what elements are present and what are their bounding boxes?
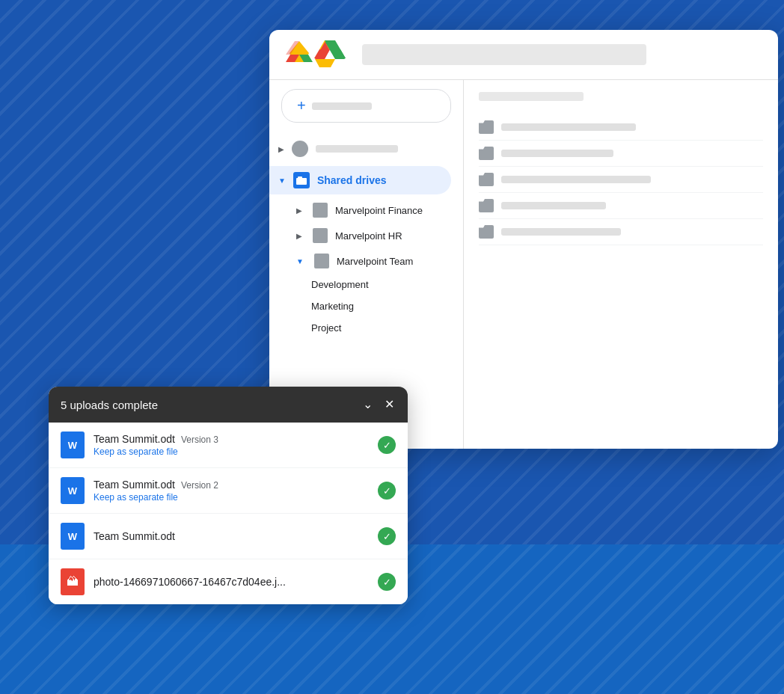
file-name-1: Team Summit.odt — [94, 433, 175, 445]
svg-rect-1 — [296, 178, 307, 185]
folder-name-1 — [501, 123, 636, 131]
new-label — [312, 102, 372, 110]
sidebar-item-team[interactable]: ▼ Marvelpoint Team — [269, 248, 463, 274]
upload-item-1: W Team Summit.odt Version 3 Keep as sepa… — [49, 423, 408, 468]
sidebar-item-hr[interactable]: ▶ Marvelpoint HR — [269, 223, 463, 248]
folder-icon-5 — [479, 225, 494, 239]
project-label: Project — [311, 322, 341, 334]
word-icon-2: W — [61, 477, 85, 504]
plus-icon: + — [297, 97, 306, 114]
expand-finance-icon: ▶ — [296, 206, 302, 215]
new-button[interactable]: + — [281, 89, 451, 123]
drive-header — [269, 30, 778, 80]
upload-item-2: W Team Summit.odt Version 2 Keep as sepa… — [49, 468, 408, 514]
upload-panel: 5 uploads complete ⌄ ✕ W Team Summit.odt… — [49, 387, 408, 604]
image-icon-4: 🏔 — [61, 568, 85, 595]
team-drive-icon — [314, 254, 329, 268]
folder-row-1 — [479, 114, 763, 141]
keep-separate-1[interactable]: Keep as separate file — [94, 446, 369, 457]
sidebar-item-my-drive[interactable]: ▶ — [269, 135, 451, 163]
finance-drive-icon — [313, 203, 328, 218]
folder-icon-4 — [479, 199, 494, 212]
word-letter-3: W — [68, 531, 77, 542]
sidebar-item-shared-drives[interactable]: ▼ Shared drives — [269, 166, 451, 194]
folder-name-2 — [501, 150, 613, 157]
upload-item-4: 🏔 photo-1466971060667-16467c7d04ee.j... … — [49, 559, 408, 604]
google-drive-logo — [314, 40, 346, 69]
file-version-2: Version 2 — [181, 480, 218, 491]
upload-header-actions: ⌄ ✕ — [361, 397, 396, 412]
folder-row-3 — [479, 167, 763, 193]
sidebar-item-finance[interactable]: ▶ Marvelpoint Finance — [269, 197, 463, 223]
folder-icon-3 — [479, 173, 494, 186]
chevron-right-icon: ▶ — [278, 145, 284, 153]
sidebar-subitem-project[interactable]: Project — [269, 317, 463, 339]
upload-items-list: W Team Summit.odt Version 3 Keep as sepa… — [49, 423, 408, 604]
file-name-4: photo-1466971060667-16467c7d04ee.j... — [94, 576, 286, 588]
finance-label: Marvelpoint Finance — [335, 205, 423, 216]
file-info-1: Team Summit.odt Version 3 Keep as separa… — [94, 433, 369, 457]
folder-icon-2 — [479, 147, 494, 160]
word-letter-1: W — [68, 440, 77, 451]
hr-drive-icon — [313, 228, 328, 243]
svg-rect-2 — [298, 176, 302, 179]
folder-row-2 — [479, 141, 763, 167]
team-label: Marvelpoint Team — [337, 256, 413, 267]
upload-collapse-button[interactable]: ⌄ — [361, 397, 374, 412]
check-icon-1: ✓ — [378, 436, 396, 454]
file-name-row-1: Team Summit.odt Version 3 — [94, 433, 369, 445]
my-drive-icon — [292, 141, 308, 157]
sidebar-subitem-marketing[interactable]: Marketing — [269, 295, 463, 317]
image-symbol: 🏔 — [67, 575, 79, 589]
upload-close-button[interactable]: ✕ — [383, 397, 396, 412]
file-name-2: Team Summit.odt — [94, 479, 175, 491]
folder-row-4 — [479, 193, 763, 219]
drive-main — [464, 80, 778, 449]
check-icon-2: ✓ — [378, 482, 396, 500]
folder-name-4 — [501, 202, 606, 209]
expand-team-icon: ▼ — [296, 257, 304, 265]
word-icon-3: W — [61, 523, 85, 550]
upload-item-3: W Team Summit.odt ✓ — [49, 514, 408, 559]
chevron-down-icon: ▼ — [278, 176, 286, 185]
check-icon-4: ✓ — [378, 573, 396, 591]
folder-name-3 — [501, 176, 651, 183]
file-name-3: Team Summit.odt — [94, 530, 175, 542]
hr-label: Marvelpoint HR — [335, 230, 402, 242]
shared-drives-icon — [293, 172, 310, 188]
marketing-label: Marketing — [311, 301, 354, 312]
development-label: Development — [311, 279, 369, 290]
folder-name-5 — [501, 228, 621, 236]
search-bar[interactable] — [362, 44, 646, 65]
file-version-1: Version 3 — [181, 434, 218, 445]
expand-hr-icon: ▶ — [296, 232, 302, 240]
file-info-4: photo-1466971060667-16467c7d04ee.j... — [94, 576, 369, 588]
folder-icon-1 — [479, 120, 494, 134]
my-drive-label — [316, 145, 398, 153]
file-name-row-4: photo-1466971060667-16467c7d04ee.j... — [94, 576, 369, 588]
word-letter-2: W — [68, 485, 77, 497]
main-title — [479, 92, 584, 101]
shared-drives-label: Shared drives — [317, 174, 387, 186]
check-icon-3: ✓ — [378, 527, 396, 545]
upload-title: 5 uploads complete — [61, 399, 158, 411]
file-name-row-3: Team Summit.odt — [94, 530, 369, 542]
file-info-3: Team Summit.odt — [94, 530, 369, 542]
drive-window: + ▶ ▼ Shared drives — [269, 30, 778, 449]
keep-separate-2[interactable]: Keep as separate file — [94, 492, 369, 503]
file-info-2: Team Summit.odt Version 2 Keep as separa… — [94, 479, 369, 503]
upload-header: 5 uploads complete ⌄ ✕ — [49, 387, 408, 423]
drive-logo — [284, 40, 350, 69]
sidebar-subitem-development[interactable]: Development — [269, 274, 463, 295]
file-name-row-2: Team Summit.odt Version 2 — [94, 479, 369, 491]
drive-logo-icon — [284, 41, 314, 68]
word-icon-1: W — [61, 432, 85, 458]
folder-row-5 — [479, 219, 763, 245]
